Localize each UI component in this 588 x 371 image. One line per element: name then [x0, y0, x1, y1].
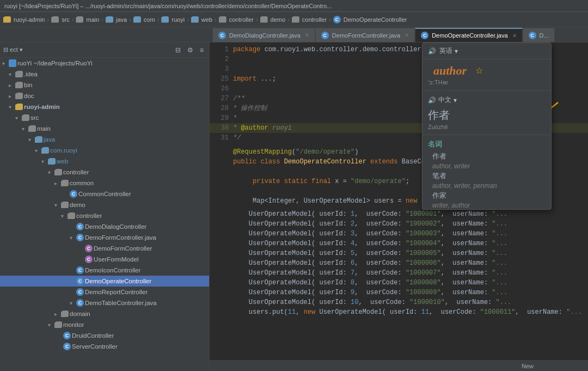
sidebar-item-domain[interactable]: ▸ domain — [0, 308, 209, 319]
folder-icon — [48, 158, 56, 165]
breadcrumb-main[interactable]: main — [76, 16, 99, 23]
breadcrumb-ruoyi[interactable]: ruoyi — [161, 16, 185, 23]
pos-label: 名词 — [422, 137, 551, 150]
sidebar-item-demo-controller[interactable]: ▾ controller — [0, 210, 209, 221]
code-line: UserOperateModel( userId: 6, userCode: "… — [210, 258, 588, 268]
sidebar-item-ruoyi-admin[interactable]: ▾ ruoyi-admin — [0, 101, 209, 112]
item-label: DemoOperateController — [85, 278, 151, 284]
c-icon: C — [76, 299, 84, 307]
popup-lang-row-zh[interactable]: 🔊 中文 ▾ — [422, 93, 551, 107]
zh-phonetic: Zuòzhě — [422, 124, 551, 132]
item-label: DruidController — [72, 332, 114, 339]
dropdown-icon-zh[interactable]: ▾ — [454, 96, 457, 104]
arrow-icon: ▾ — [28, 137, 35, 143]
dropdown-icon[interactable]: ▾ — [455, 47, 458, 55]
sidebar: ⊟ ect ▾ ⊟ ⚙ ≡ ▾ ruoYi ~/IdeaProjects/Ruo… — [0, 42, 210, 371]
c-icon: C — [63, 343, 71, 350]
code-line: UserOperateModel( userId: 1, userCode: "… — [210, 209, 588, 219]
tab-demo-dialog-controller[interactable]: C DemoDialogController.java ✕ — [212, 28, 315, 42]
sidebar-item-server-controller[interactable]: C ServerController — [0, 341, 209, 352]
sidebar-item-main[interactable]: ▾ main — [0, 123, 209, 134]
arrow-icon: ▾ — [48, 322, 54, 328]
tab-close-icon[interactable]: ✕ — [305, 32, 309, 38]
breadcrumb-ruoyi-admin[interactable]: ruoyi-admin — [3, 16, 45, 23]
noun-entry-2: 笔者 — [422, 170, 551, 182]
sidebar-item-controller[interactable]: ▾ controller — [0, 167, 209, 178]
sidebar-item-bin[interactable]: ▸ bin — [0, 80, 209, 90]
sound-icon-zh[interactable]: 🔊 — [428, 96, 436, 104]
editor-area[interactable]: 1 package com.ruoyi.web.controller.demo.… — [210, 42, 588, 371]
sidebar-item-doc[interactable]: ▸ doc — [0, 90, 209, 101]
c-icon: C — [76, 266, 84, 274]
sidebar-item-root[interactable]: ▾ ruoYi ~/IdeaProjects/RuoYi — [0, 58, 209, 69]
item-label: common — [70, 180, 94, 186]
tab-close-icon[interactable]: ✕ — [512, 33, 517, 39]
sidebar-item-demo[interactable]: ▾ demo — [0, 199, 209, 210]
arrow-icon: ▾ — [15, 115, 22, 121]
folder-icon — [54, 321, 62, 328]
code-line: UserOperateModel( userId: 8, userCode: "… — [210, 278, 588, 288]
tab-close-icon[interactable]: ✕ — [405, 32, 409, 38]
code-line: UserOperateModel( userId: 3, userCode: "… — [210, 229, 588, 239]
sidebar-item-demo-table-controller[interactable]: ▾ C DemoTableController.java — [0, 297, 209, 308]
sidebar-item-idea[interactable]: ▾ .idea — [0, 69, 209, 80]
gear-icon[interactable]: ⚙ — [185, 45, 195, 55]
breadcrumb-java[interactable]: java — [106, 16, 127, 23]
item-label: web — [57, 158, 68, 165]
sidebar-item-com-ruoyi[interactable]: ▾ com.ruoyi — [0, 145, 209, 156]
star-icon[interactable]: ☆ — [475, 65, 483, 76]
arrow-icon: ▾ — [9, 104, 15, 110]
folder-icon — [61, 180, 69, 186]
breadcrumb-src[interactable]: src — [51, 16, 70, 23]
item-label: doc — [24, 93, 34, 99]
sidebar-item-demo-report-controller[interactable]: C DemoReportController — [0, 287, 209, 297]
sidebar-item-demo-icon-controller[interactable]: C DemoIconController — [0, 265, 209, 276]
item-label: src — [30, 114, 39, 121]
breadcrumb-demo-operate-controller[interactable]: C DemoOperateController — [333, 16, 407, 23]
code-line: UserOperateModel( userId: 2, userCode: "… — [210, 219, 588, 229]
sidebar-item-common[interactable]: ▸ common — [0, 178, 209, 188]
sidebar-item-common-controller[interactable]: C CommonController — [0, 188, 209, 199]
sidebar-item-demo-form-controller[interactable]: ▾ C DemoFormController.java — [0, 232, 209, 243]
popup-lang-row-en[interactable]: 🔊 英语 ▾ — [422, 43, 551, 59]
sidebar-item-demo-form-controller-sub[interactable]: C DemoFormController — [0, 243, 209, 254]
c-icon: C — [70, 190, 77, 198]
c-icon: C — [76, 223, 84, 230]
sidebar-toolbar: ⊟ ect ▾ ⊟ ⚙ ≡ — [0, 42, 209, 58]
arrow-icon: ▾ — [2, 60, 9, 66]
sound-icon-en[interactable]: 🔊 — [428, 47, 436, 55]
tab-demo-form-controller[interactable]: C DemoFormController.java ✕ — [315, 28, 415, 42]
item-label: demo — [70, 202, 85, 208]
breadcrumb-web[interactable]: web — [191, 16, 212, 23]
tab-extra[interactable]: C D... — [523, 28, 555, 42]
sidebar-item-demo-operate-controller[interactable]: C DemoOperateController — [0, 276, 209, 287]
breadcrumb-demo[interactable]: demo — [260, 16, 286, 23]
noun-entry-3: 作家 — [422, 190, 551, 202]
breadcrumb-com[interactable]: com — [133, 16, 155, 23]
breadcrumb-controller1[interactable]: controller — [219, 16, 254, 23]
sidebar-item-web[interactable]: ▾ web — [0, 156, 209, 167]
settings-icon[interactable]: ≡ — [198, 45, 206, 55]
folder-icon — [61, 202, 69, 208]
item-label: bin — [24, 82, 32, 88]
tab-demo-operate-controller[interactable]: C DemoOperateController.java ✕ — [415, 28, 522, 42]
folder-icon — [22, 114, 29, 121]
folder-icon — [54, 169, 62, 175]
collapse-btn[interactable]: ⊟ — [173, 45, 183, 55]
item-label: main — [37, 125, 51, 132]
sidebar-item-src[interactable]: ▾ src — [0, 112, 209, 123]
title-bar: ruoyi [~/IdeaProjects/RuoYi] – .../ruoyi… — [0, 0, 588, 12]
arrow-icon: ▾ — [48, 169, 54, 175]
sidebar-item-user-form-model[interactable]: C UserFormModel — [0, 254, 209, 265]
breadcrumb-controller2[interactable]: controller — [292, 16, 327, 23]
arrow-icon: ▾ — [70, 235, 76, 241]
sidebar-item-druid-controller[interactable]: C DruidController — [0, 330, 209, 341]
sidebar-item-monitor[interactable]: ▾ monitor — [0, 319, 209, 330]
item-label: ruoyi-admin — [24, 104, 60, 110]
tab-bar: C DemoDialogController.java ✕ C DemoForm… — [0, 27, 588, 42]
item-label: controller — [63, 169, 89, 175]
sidebar-item-demo-dialog-controller[interactable]: C DemoDialogController — [0, 221, 209, 232]
item-label: ServerController — [72, 343, 118, 350]
sidebar-item-java[interactable]: ▾ java — [0, 134, 209, 145]
arrow-icon: ▸ — [54, 311, 61, 317]
